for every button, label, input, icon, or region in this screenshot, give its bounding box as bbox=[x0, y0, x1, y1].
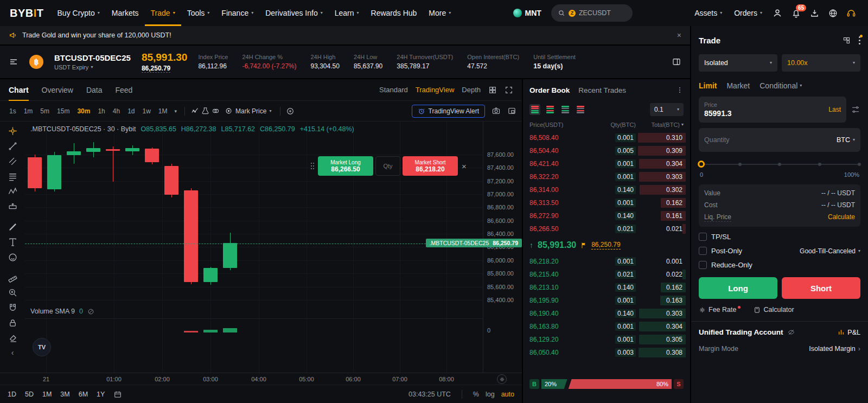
range-1d[interactable]: 1D bbox=[8, 391, 16, 398]
calculate-link[interactable]: Calculate bbox=[828, 213, 855, 222]
long-button[interactable]: Long bbox=[699, 277, 777, 299]
range-1y[interactable]: 1Y bbox=[97, 391, 105, 398]
orderbook-bid-row[interactable]: 86,213.100.1400.162 bbox=[523, 281, 690, 294]
indicators-icon[interactable] bbox=[201, 106, 210, 116]
orderbook-ask-row[interactable]: 86,504.400.0050.309 bbox=[523, 144, 690, 157]
col-total[interactable]: Total(BTC)▾ bbox=[636, 121, 684, 128]
range-6m[interactable]: 6M bbox=[79, 391, 88, 398]
orderbook-bid-row[interactable]: 86,218.200.0010.001 bbox=[523, 255, 690, 268]
popout-icon[interactable] bbox=[507, 106, 516, 116]
add-chart-icon[interactable] bbox=[286, 107, 295, 116]
orderbook-ask-row[interactable]: 86,322.200.0010.303 bbox=[523, 170, 690, 183]
chart-style-icon[interactable] bbox=[190, 106, 200, 116]
nav-item-tools[interactable]: Tools▾ bbox=[181, 0, 216, 26]
mnt-ticker[interactable]: MNT bbox=[513, 9, 541, 17]
orderbook-ask-row[interactable]: 86,266.500.0210.021 bbox=[523, 222, 690, 235]
timeframe-30m[interactable]: 30m bbox=[73, 105, 94, 117]
support-headset-icon[interactable] bbox=[842, 4, 860, 22]
tradingview-alert-button[interactable]: TradingView Alert bbox=[412, 105, 485, 118]
tab-order-book[interactable]: Order Book bbox=[529, 86, 570, 94]
pnl-link[interactable]: P&L bbox=[838, 329, 860, 336]
notifications-bell[interactable]: 65 bbox=[787, 4, 805, 22]
range-1m[interactable]: 1M bbox=[42, 391, 52, 398]
timeframe-4h[interactable]: 4h bbox=[109, 105, 124, 117]
orderbook-last-price[interactable]: 85,991.30 bbox=[538, 240, 576, 250]
pane-divider[interactable] bbox=[25, 318, 483, 319]
timeframe-1w[interactable]: 1w bbox=[138, 105, 154, 117]
chart-canvas[interactable]: .MBTCUSDT-05DEC25 · 30 · Bybit O85,835.6… bbox=[25, 121, 483, 373]
brush-tool-icon[interactable] bbox=[5, 222, 20, 232]
leverage-select[interactable]: 10.00x▾ bbox=[782, 54, 860, 72]
ruler-tool-icon[interactable] bbox=[5, 272, 20, 283]
volume-label[interactable]: Volume SMA 9 bbox=[30, 308, 75, 315]
orderbook-bid-row[interactable]: 86,050.400.0030.308 bbox=[523, 346, 690, 359]
range-5d[interactable]: 5D bbox=[25, 391, 34, 398]
mode-standard[interactable]: Standard bbox=[379, 86, 408, 94]
tpsl-checkbox[interactable]: TP/SL bbox=[699, 233, 860, 241]
clock[interactable]: 03:43:25 UTC bbox=[409, 391, 451, 398]
orders-menu[interactable]: Orders▾ bbox=[728, 0, 768, 26]
mode-tradingview[interactable]: TradingView bbox=[416, 86, 455, 94]
orderbook-bid-row[interactable]: 86,190.400.1400.303 bbox=[523, 307, 690, 320]
nav-item-buy-crypto[interactable]: Buy Crypto▾ bbox=[52, 0, 106, 26]
orderbook-mark-price[interactable]: 86,250.79 bbox=[591, 241, 620, 250]
instrument-type-select[interactable]: USDT Expiry▾ bbox=[54, 64, 131, 71]
instrument-symbol[interactable]: BTCUSDT-05DEC25 bbox=[54, 53, 131, 62]
chart-tab-data[interactable]: Data bbox=[86, 79, 103, 101]
tab-market[interactable]: Market bbox=[726, 81, 750, 90]
orderbook-ask-row[interactable]: 86,314.000.1400.302 bbox=[523, 183, 690, 196]
nav-item-more[interactable]: More▾ bbox=[423, 0, 457, 26]
panel-layout-icon[interactable] bbox=[843, 36, 851, 44]
orderbook-ask-row[interactable]: 86,313.500.0010.162 bbox=[523, 196, 690, 209]
orderbook-ask-row[interactable]: 86,508.400.0010.310 bbox=[523, 131, 690, 144]
timeframe-1h[interactable]: 1h bbox=[94, 105, 108, 117]
margin-mode-setting[interactable]: Isolated Margin› bbox=[809, 345, 860, 353]
announcement-close-icon[interactable]: × bbox=[677, 31, 681, 40]
hide-balance-icon[interactable] bbox=[787, 328, 795, 336]
nav-item-learn[interactable]: Learn▾ bbox=[329, 0, 365, 26]
chart-tab-overview[interactable]: Overview bbox=[42, 79, 73, 101]
market-short-button[interactable]: Market Short 86,218.20 bbox=[403, 156, 458, 176]
orderbook-bid-row[interactable]: 86,215.400.0210.022 bbox=[523, 268, 690, 281]
orderbook-bid-row[interactable]: 86,163.800.0010.304 bbox=[523, 320, 690, 333]
magnet-tool-icon[interactable] bbox=[5, 303, 20, 313]
layout-both-icon[interactable] bbox=[529, 104, 540, 115]
chart-tab-feed[interactable]: Feed bbox=[116, 79, 133, 101]
scale-[interactable]: % bbox=[473, 391, 479, 398]
nav-item-derivatives-info[interactable]: Derivatives Info▾ bbox=[259, 0, 329, 26]
timeframe-1m[interactable]: 1m bbox=[20, 105, 37, 117]
channel-tool-icon[interactable] bbox=[5, 156, 20, 167]
fibonacci-tool-icon[interactable] bbox=[5, 171, 20, 182]
trade-more-icon[interactable] bbox=[858, 36, 860, 44]
orderbook-bid-row[interactable]: 86,195.900.0010.163 bbox=[523, 294, 690, 307]
eraser-tool-icon[interactable] bbox=[5, 333, 20, 343]
pattern-tool-icon[interactable] bbox=[5, 187, 20, 197]
time-in-force-select[interactable]: Good-Till-Canceled▾ bbox=[800, 247, 860, 255]
price-input[interactable]: Price 85991.3 Last bbox=[699, 97, 846, 123]
last-price-button[interactable]: Last bbox=[828, 106, 841, 113]
tab-recent-trades[interactable]: Recent Trades bbox=[578, 86, 626, 94]
camera-icon[interactable] bbox=[492, 106, 501, 116]
scale-log[interactable]: log bbox=[486, 391, 495, 398]
short-button[interactable]: Short bbox=[782, 277, 860, 299]
bybit-logo[interactable]: BYBIT bbox=[10, 7, 44, 20]
nav-item-trade[interactable]: Trade▾ bbox=[145, 0, 181, 26]
lock-tool-icon[interactable] bbox=[5, 318, 20, 328]
range-3m[interactable]: 3M bbox=[60, 391, 69, 398]
chart-tab-chart[interactable]: Chart bbox=[9, 79, 29, 101]
mode-depth[interactable]: Depth bbox=[462, 86, 481, 94]
timeframe-15m[interactable]: 15m bbox=[53, 105, 73, 117]
orderbook-bid-row[interactable]: 86,129.200.0010.305 bbox=[523, 333, 690, 346]
layout-split-icon[interactable] bbox=[545, 104, 556, 115]
crosshair-tool-icon[interactable] bbox=[5, 126, 20, 136]
orderbook-ask-row[interactable]: 86,272.900.1400.161 bbox=[523, 209, 690, 222]
precision-select[interactable]: 0.1▾ bbox=[650, 103, 684, 116]
checkbox[interactable] bbox=[699, 233, 707, 241]
timeframe-1M[interactable]: 1M bbox=[155, 105, 171, 117]
reduce-only-checkbox[interactable]: Reduce-Only bbox=[699, 261, 860, 269]
panel-toggle-icon[interactable] bbox=[672, 57, 681, 67]
layout-bids-icon[interactable] bbox=[560, 104, 571, 115]
tradingview-logo[interactable]: TV bbox=[33, 338, 51, 356]
market-list-icon[interactable] bbox=[9, 57, 18, 67]
search-input[interactable]: Z ZECUSDT bbox=[551, 4, 633, 22]
